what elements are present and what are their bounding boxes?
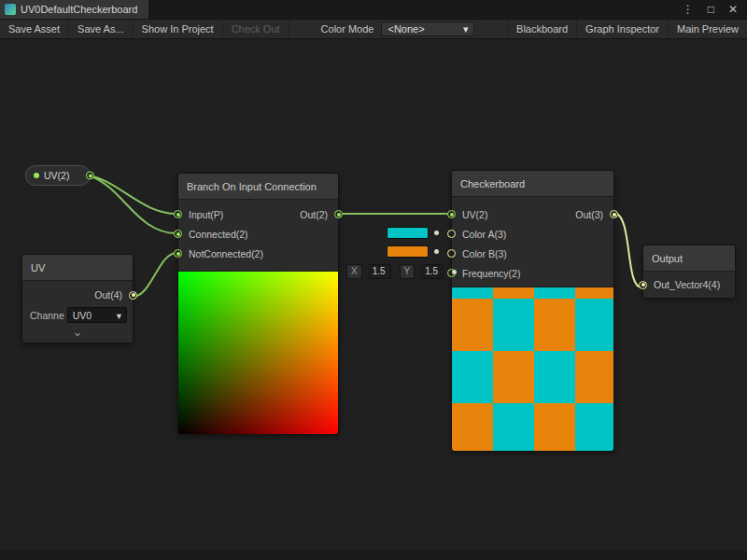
bottom-bar bbox=[0, 551, 747, 560]
toolbar: Save Asset Save As... Show In Project Ch… bbox=[0, 19, 747, 39]
port-row-out: Out(3) bbox=[575, 204, 613, 224]
shader-graph-window: UV0DefaultCheckerboard ⋮ □ ✕ Save Asset … bbox=[0, 0, 747, 560]
port-row-color-b: Color B(3) bbox=[452, 244, 613, 263]
port-row-color-a: Color A(3) bbox=[452, 224, 613, 244]
checkerboard-preview bbox=[452, 287, 613, 451]
node-title[interactable]: UV bbox=[22, 255, 133, 281]
frequency-y-input[interactable]: 1.5 bbox=[420, 264, 444, 279]
tab-uv0defaultcheckerboard[interactable]: UV0DefaultCheckerboard bbox=[0, 0, 148, 19]
out3-label: Out(3) bbox=[575, 209, 603, 220]
caret-down-icon: ▾ bbox=[463, 23, 469, 35]
connected-port[interactable] bbox=[174, 230, 182, 238]
port-row-connected: Connected(2) bbox=[178, 224, 338, 244]
notconnected-port[interactable] bbox=[174, 249, 182, 258]
color-a-port[interactable] bbox=[447, 230, 456, 238]
x-axis-label: X bbox=[346, 264, 362, 279]
out2-label: Out(2) bbox=[300, 209, 328, 220]
node-title[interactable]: Branch On Input Connection bbox=[178, 174, 338, 200]
collapse-chevron-icon[interactable]: ⌄ bbox=[22, 326, 133, 343]
channel-label: Channe bbox=[30, 310, 64, 321]
color-b-port[interactable] bbox=[447, 249, 456, 258]
caret-down-icon: ▾ bbox=[117, 310, 121, 321]
port-row-frequency: Frequency(2) bbox=[452, 263, 613, 283]
notconnected-label: NotConnected(2) bbox=[189, 248, 263, 259]
edge-uvprop-to-input[interactable] bbox=[89, 175, 176, 214]
port-row-out: Out(4) bbox=[22, 281, 133, 303]
uv-property-out-port[interactable] bbox=[86, 172, 94, 180]
frequency-label: Frequency(2) bbox=[462, 268, 520, 279]
port-row-notconnected: NotConnected(2) bbox=[178, 244, 338, 263]
color-a-field[interactable] bbox=[387, 227, 439, 239]
node-branch-on-input-connection[interactable]: Branch On Input Connection Input(P) Conn… bbox=[177, 173, 339, 435]
channel-row: Channe UV0 ▾ bbox=[22, 303, 133, 326]
color-mode-value: <None> bbox=[388, 23, 424, 35]
uv-in-port[interactable] bbox=[447, 210, 456, 218]
graph-inspector-toggle-button[interactable]: Graph Inspector bbox=[576, 20, 668, 38]
node-uv-property-pill[interactable]: UV(2) bbox=[25, 165, 91, 186]
uv-in-label: UV(2) bbox=[462, 209, 487, 220]
show-in-project-button[interactable]: Show In Project bbox=[134, 20, 223, 38]
frequency-field[interactable]: X 1.5 Y 1.5 bbox=[346, 264, 457, 279]
node-title[interactable]: Output bbox=[643, 245, 735, 272]
uv-gradient-preview bbox=[178, 271, 338, 434]
color-b-field[interactable] bbox=[387, 245, 439, 258]
port-row-out-vector4: Out_Vector4(4) bbox=[643, 272, 735, 298]
connector-dot-icon bbox=[434, 249, 439, 254]
frequency-x-input[interactable]: 1.5 bbox=[368, 264, 391, 279]
shadergraph-asset-icon bbox=[5, 4, 16, 15]
node-checkerboard[interactable]: Checkerboard UV(2) Color A(3) Color B(3)… bbox=[451, 170, 614, 452]
channel-value: UV0 bbox=[73, 310, 92, 321]
save-asset-button[interactable]: Save Asset bbox=[0, 20, 69, 38]
window-controls: ⋮ □ ✕ bbox=[683, 0, 747, 19]
color-mode-label: Color Mode bbox=[321, 20, 382, 38]
property-dot-icon bbox=[34, 173, 39, 178]
tab-title: UV0DefaultCheckerboard bbox=[21, 4, 137, 15]
maximize-icon[interactable]: □ bbox=[708, 3, 714, 16]
edge-uvnode-to-notconnected[interactable] bbox=[133, 253, 176, 297]
out3-port[interactable] bbox=[610, 210, 618, 218]
save-as-button[interactable]: Save As... bbox=[69, 20, 134, 38]
out-vector4-label: Out_Vector4(4) bbox=[654, 279, 720, 290]
color-a-swatch[interactable] bbox=[387, 227, 429, 239]
color-a-label: Color A(3) bbox=[462, 229, 506, 240]
channel-dropdown[interactable]: UV0 ▾ bbox=[67, 307, 127, 323]
node-uv[interactable]: UV Out(4) Channe UV0 ▾ ⌄ bbox=[21, 254, 134, 343]
uv-property-label: UV(2) bbox=[44, 170, 69, 181]
out-vector4-port[interactable] bbox=[639, 281, 647, 289]
input-p-label: Input(P) bbox=[189, 209, 223, 220]
connector-dot-icon bbox=[452, 270, 457, 274]
graph-canvas[interactable]: UV(2) Branch On Input Connection Input(P… bbox=[0, 39, 747, 560]
blackboard-toggle-button[interactable]: Blackboard bbox=[507, 20, 576, 38]
out4-port[interactable] bbox=[129, 291, 137, 300]
connected-label: Connected(2) bbox=[189, 229, 248, 240]
edge-checkerboard-to-output[interactable] bbox=[613, 213, 641, 287]
check-out-button: Check Out bbox=[223, 20, 289, 38]
kebab-menu-icon[interactable]: ⋮ bbox=[683, 3, 694, 16]
color-b-swatch[interactable] bbox=[387, 245, 429, 258]
color-b-label: Color B(3) bbox=[462, 248, 507, 259]
edge-uvprop-to-connected[interactable] bbox=[89, 175, 176, 233]
y-axis-label: Y bbox=[400, 264, 416, 279]
connector-dot-icon bbox=[434, 231, 439, 235]
toolbar-spacer bbox=[474, 20, 507, 38]
color-mode-dropdown[interactable]: <None> ▾ bbox=[381, 21, 474, 36]
close-icon[interactable]: ✕ bbox=[728, 3, 738, 16]
out2-port[interactable] bbox=[334, 210, 343, 218]
node-title[interactable]: Checkerboard bbox=[452, 171, 613, 197]
port-row-out: Out(2) bbox=[300, 204, 338, 224]
main-preview-toggle-button[interactable]: Main Preview bbox=[668, 20, 747, 38]
out4-label: Out(4) bbox=[94, 289, 122, 301]
tab-bar: UV0DefaultCheckerboard ⋮ □ ✕ bbox=[0, 0, 747, 19]
node-output[interactable]: Output Out_Vector4(4) bbox=[642, 245, 736, 299]
input-p-port[interactable] bbox=[174, 210, 182, 218]
